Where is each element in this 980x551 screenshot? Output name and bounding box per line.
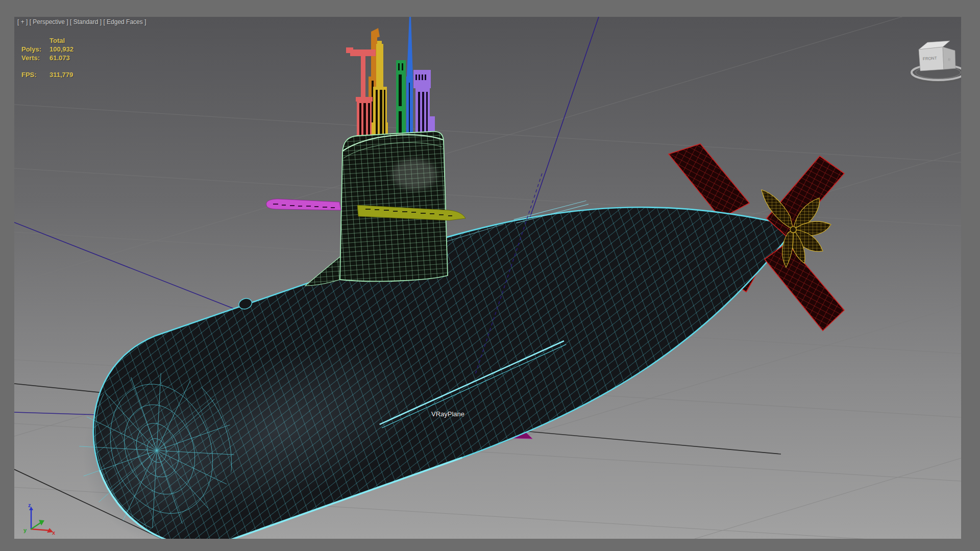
object-name-label: VRayPlane <box>431 410 464 418</box>
perspective-viewport[interactable]: FRONT R z y x <box>14 17 961 539</box>
fps-value: 311,779 <box>50 71 73 79</box>
axis-z-label: z <box>28 502 31 508</box>
viewcube[interactable]: FRONT R <box>910 41 961 83</box>
axis-y-label: y <box>23 527 27 533</box>
statistics-panel: Total Polys:100,932 Verts:61.073 FPS:311… <box>21 36 74 79</box>
application-window: FRONT R z y x [ + ] [ Perspective ] [ St… <box>0 0 980 551</box>
antenna-mast-blue[interactable] <box>406 17 413 145</box>
verts-value: 61.073 <box>50 54 70 62</box>
polys-value: 100,932 <box>50 45 74 53</box>
sail-shading-smudge <box>392 159 437 190</box>
verts-label: Verts: <box>21 54 50 62</box>
stats-fps-row: FPS:311,779 <box>21 70 74 79</box>
grid-axis-black-right <box>507 430 781 454</box>
polys-label: Polys: <box>21 45 50 54</box>
stats-header-row: Total <box>21 36 74 45</box>
world-axis-gizmo: z y x <box>23 502 56 536</box>
fps-label: FPS: <box>21 70 50 79</box>
stats-polys-row: Polys:100,932 <box>21 45 74 54</box>
viewcube-front-label[interactable]: FRONT <box>923 56 937 61</box>
stats-verts-row: Verts:61.073 <box>21 54 74 62</box>
sail-plane-port-magenta[interactable] <box>266 199 341 210</box>
viewcube-cube[interactable] <box>919 41 955 71</box>
stats-total-header: Total <box>50 37 65 44</box>
viewcube-right-label[interactable]: R <box>948 58 951 62</box>
axis-x-label: x <box>52 530 56 536</box>
viewport-label[interactable]: [ + ] [ Perspective ] [ Standard ] [ Edg… <box>17 18 146 26</box>
